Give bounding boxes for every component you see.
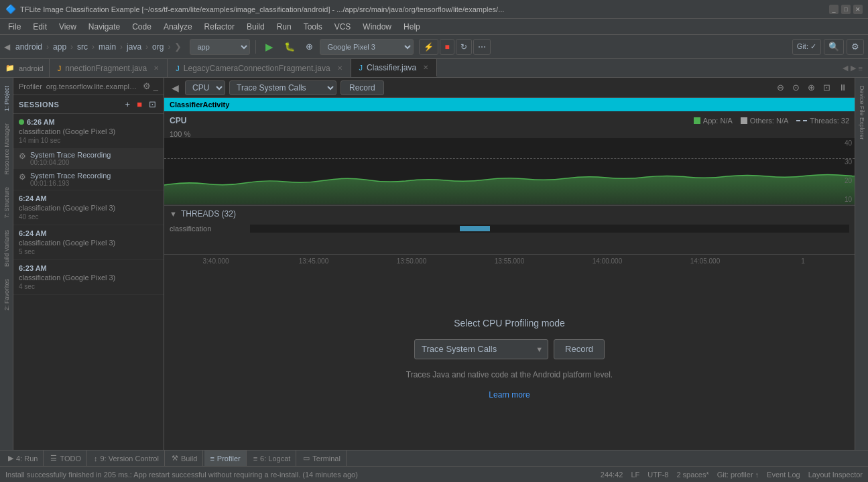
debug-btn[interactable]: 🐛 [280,39,299,55]
sidebar-item-build-variants[interactable]: Build Variants [2,225,11,272]
zoom-reset-btn[interactable]: ⊡ [821,82,832,93]
profile-btn[interactable]: ⚡ [419,39,438,55]
search-everywhere-btn[interactable]: 🔍 [824,39,844,55]
minimize-icon[interactable]: _ [153,81,158,91]
run-btn[interactable]: ▶ [261,39,277,55]
stop-btn[interactable]: ■ [440,39,454,55]
minimize-btn[interactable]: _ [829,5,839,14]
threads-header[interactable]: ▼ THREADS (32) [164,206,855,222]
tab-classifier[interactable]: J Classifier.java ✕ [351,59,438,77]
menu-build[interactable]: Build [241,21,270,33]
settings-btn[interactable]: ⚙ [847,39,864,55]
cpu-mode-select[interactable]: Trace System Calls Sample Java Methods I… [414,339,548,359]
tab-close-1[interactable]: ✕ [153,64,159,72]
back-btn[interactable]: ◀ [170,82,181,93]
git-check-btn[interactable]: Git: ✓ [792,39,821,55]
menu-code[interactable]: Code [127,21,157,33]
session-time-label-4: 6:23 AM [19,264,47,272]
session-time-label-2: 6:24 AM [19,194,47,202]
menu-tools[interactable]: Tools [298,21,328,33]
session-time-1[interactable]: 6:26 AM [13,114,164,127]
terminal-label: Terminal [312,455,340,463]
tab-close-3[interactable]: ✕ [423,64,428,71]
breadcrumb-org[interactable]: org [152,42,164,52]
bottom-tab-terminal[interactable]: ▭ Terminal [298,450,347,466]
layout-inspector[interactable]: Layout Inspector [808,471,863,479]
session-dot-1 [19,119,24,125]
sidebar-item-favorites[interactable]: 2: Favorites [2,274,11,316]
add-session-btn[interactable]: + [123,99,133,110]
breadcrumb-expand[interactable]: ❯ [174,42,182,52]
breadcrumb-android[interactable]: android [15,42,42,52]
sidebar-item-structure[interactable]: 7: Structure [2,182,11,224]
trace-mode-dropdown[interactable]: Trace System Calls [229,80,336,95]
session-trace-2[interactable]: ⚙ System Trace Recording 00:01:16.193 [13,169,164,190]
zoom-in-btn[interactable]: ⊕ [806,82,817,93]
stop-session-btn[interactable]: ■ [135,99,144,110]
tab-connection-fragment[interactable]: J nnectionFragment.java ✕ [50,59,168,77]
session-time-3[interactable]: 6:24 AM [13,225,164,239]
session-trace-1[interactable]: ⚙ System Trace Recording 00:10:04.200 [13,148,164,169]
bottom-tab-version-control[interactable]: ↕ 9: Version Control [88,450,165,466]
pause-btn[interactable]: ⏸ [836,82,849,93]
cpu-chart[interactable]: 40 30 20 10 [164,138,855,205]
cpu-percent-value: 100 % [170,130,190,138]
menu-refactor[interactable]: Refactor [199,21,240,33]
menu-run[interactable]: Run [271,21,297,33]
breadcrumb-main[interactable]: main [99,42,116,52]
record-button[interactable]: Record [340,80,384,95]
bottom-tab-build[interactable]: ⚒ Build [166,450,203,466]
bottom-tab-logcat[interactable]: ≡ 6: Logcat [248,450,297,466]
toolbar-separator [255,40,256,54]
more-btn[interactable]: ⋯ [473,39,491,55]
y-label-30: 30 [845,158,852,166]
line-endings[interactable]: LF [631,471,639,479]
event-log[interactable]: Event Log [767,471,800,479]
tab-left-arrow[interactable]: ◀ [843,64,848,72]
close-btn[interactable]: ✕ [853,5,863,14]
zoom-fit-btn[interactable]: ⊙ [790,82,802,93]
maximize-btn[interactable]: □ [841,5,851,14]
learn-more-link[interactable]: Learn more [489,390,530,400]
tab-close-2[interactable]: ✕ [337,64,343,72]
y-label-40: 40 [845,139,852,147]
breadcrumb-app[interactable]: app [53,42,66,52]
menu-analyze[interactable]: Analyze [158,21,198,33]
breadcrumb-src[interactable]: src [77,42,88,52]
menu-help[interactable]: Help [398,21,426,33]
cursor-position[interactable]: 244:42 [601,471,623,479]
tab-right-arrow[interactable]: ▶ [851,64,856,72]
indent[interactable]: 2 spaces* [676,471,708,479]
bottom-tab-profiler[interactable]: ≡ Profiler [204,450,246,466]
sync-btn[interactable]: ↻ [456,39,472,55]
breadcrumb-java[interactable]: java [127,42,141,52]
menu-file[interactable]: File [3,21,26,33]
tab-legacy-camera[interactable]: J LegacyCameraConnectionFragment.java ✕ [168,59,351,77]
cpu-record-button[interactable]: Record [554,339,605,359]
bottom-toolbar: ▶ 4: Run ☰ TODO ↕ 9: Version Control ⚒ B… [0,450,868,466]
menu-navigate[interactable]: Navigate [83,21,125,33]
session-time-4[interactable]: 6:23 AM [13,260,164,274]
sidebar-item-project[interactable]: 1: Project [2,80,11,117]
git-branch[interactable]: Git: profiler ↑ [717,471,759,479]
tab-project[interactable]: 📁 android [0,59,50,77]
session-time-2[interactable]: 6:24 AM [13,190,164,204]
menu-vcs[interactable]: VCS [329,21,357,33]
device-dropdown[interactable]: Google Pixel 3 [320,39,414,55]
menu-window[interactable]: Window [357,21,397,33]
zoom-out-btn[interactable]: ⊖ [775,82,786,93]
tab-menu[interactable]: ≡ [859,64,863,72]
sidebar-item-resource-manager[interactable]: Resource Manager [2,118,11,180]
charset[interactable]: UTF-8 [647,471,668,479]
attach-btn[interactable]: ⊕ [302,39,317,55]
menu-edit[interactable]: Edit [27,21,52,33]
cpu-dropdown[interactable]: CPU [185,80,225,95]
device-file-explorer-label[interactable]: Device File Explorer [857,80,867,145]
menu-view[interactable]: View [54,21,82,33]
session-name-4: classification (Google Pixel 3) [13,274,164,283]
settings-icon[interactable]: ⚙ [143,81,151,91]
delete-session-btn[interactable]: ⊡ [147,99,158,110]
app-dropdown[interactable]: app [190,39,250,55]
bottom-tab-todo[interactable]: ☰ TODO [45,450,87,466]
bottom-tab-run[interactable]: ▶ 4: Run [3,450,44,466]
